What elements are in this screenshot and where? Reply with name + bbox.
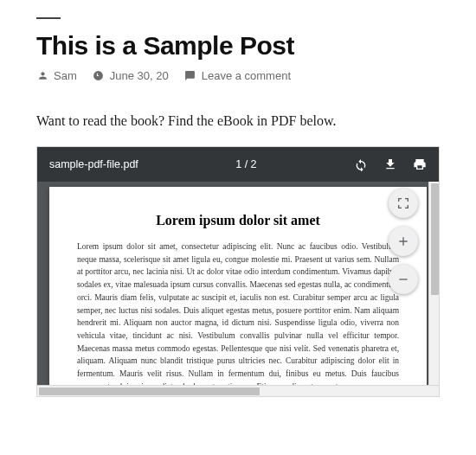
pdf-doc-body: Lorem ipsum dolor sit amet, consectetur … bbox=[77, 240, 399, 394]
comment-link[interactable]: Leave a comment bbox=[202, 69, 291, 82]
print-icon[interactable] bbox=[413, 157, 427, 171]
author-name: Sam bbox=[54, 69, 77, 82]
pdf-float-controls bbox=[389, 189, 418, 294]
author-icon bbox=[36, 70, 48, 82]
post-intro-text: Want to read the book? Find the eBook in… bbox=[36, 113, 440, 129]
vertical-scrollbar[interactable] bbox=[428, 182, 440, 385]
pdf-doc-title: Lorem ipsum dolor sit amet bbox=[77, 213, 399, 228]
pdf-page: Lorem ipsum dolor sit amet Lorem ipsum d… bbox=[49, 187, 427, 397]
vertical-scrollbar-thumb[interactable] bbox=[431, 183, 439, 295]
zoom-in-button[interactable] bbox=[389, 227, 418, 256]
pdf-page-indicator: 1 / 2 bbox=[138, 158, 354, 170]
title-divider bbox=[36, 17, 61, 19]
comment-icon bbox=[184, 70, 196, 82]
zoom-out-button[interactable] bbox=[389, 265, 418, 294]
pdf-filename: sample-pdf-file.pdf bbox=[49, 158, 138, 170]
pdf-page-area: Lorem ipsum dolor sit amet Lorem ipsum d… bbox=[37, 182, 439, 385]
rotate-icon[interactable] bbox=[354, 157, 368, 171]
download-icon[interactable] bbox=[383, 157, 397, 171]
pdf-viewer: sample-pdf-file.pdf 1 / 2 Lorem ipsum do… bbox=[36, 146, 440, 397]
post-meta: Sam June 30, 20 Leave a comment bbox=[36, 69, 440, 82]
horizontal-scrollbar-thumb[interactable] bbox=[39, 388, 260, 395]
page-title: This is a Sample Post bbox=[36, 31, 440, 61]
horizontal-scrollbar[interactable] bbox=[37, 385, 439, 396]
pdf-toolbar: sample-pdf-file.pdf 1 / 2 bbox=[37, 147, 439, 182]
post-date: June 30, 20 bbox=[110, 69, 169, 82]
fit-page-button[interactable] bbox=[389, 189, 418, 218]
clock-icon bbox=[93, 70, 105, 82]
